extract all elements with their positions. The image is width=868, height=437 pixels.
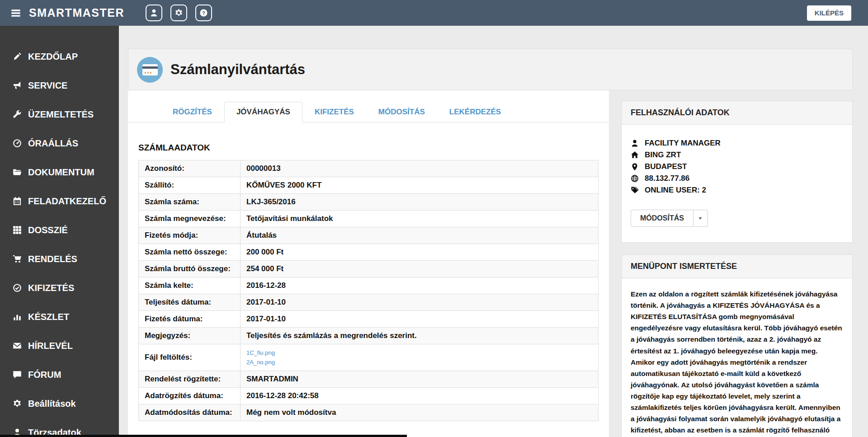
modify-dropdown-toggle[interactable] [693,210,708,227]
row-label: Számla megnevezése: [139,211,241,227]
modify-button[interactable]: MÓDOSÍTÁS [631,210,693,227]
user-panel: FELHASZNÁLÓI ADATOK FACILITY MANAGERBING… [621,101,853,243]
user-info-text: FACILITY MANAGER [645,137,721,149]
gear-icon [175,9,183,17]
table-row: Számla kelte:2016-12-28 [139,277,599,294]
sidebar-item-label: DOKUMENTUM [28,167,94,178]
user-info-text: ONLINE USER: 2 [645,184,706,196]
row-value: 1C_fiu.png2A_no.png [241,344,599,371]
map-marker-icon [631,163,639,171]
user-icon [150,9,158,17]
user-icon [631,139,639,147]
table-row: Számla száma:LKJ-365/2016 [139,194,599,211]
sidebar-item-keszlet[interactable]: KÉSZLET [0,302,119,331]
sidebar-item-label: KÉSZLET [28,312,69,322]
sidebar-item-kifizetes[interactable]: KIFIZETÉS [0,273,119,302]
info-panel-text: Ezen az oldalon a rögzített számlák kifi… [631,288,843,437]
row-value: Átutalás [241,227,599,244]
modify-split-button: MÓDOSÍTÁS [631,210,708,227]
table-row: Számla nettó összege:200 000 Ft [139,244,599,261]
sidebar-item-rendeles[interactable]: RENDELÉS [0,244,119,273]
sidebar-item-dosszie[interactable]: DOSSZIÉ [0,216,119,244]
sidebar-item-kezdolap[interactable]: KEZDŐLAP [0,42,119,71]
sidebar-item-label: HÍRLEVÉL [28,341,73,351]
row-value: 2017-01-10 [241,294,599,311]
row-label: Adatmódosítás dátuma: [139,404,241,421]
globe-icon [631,174,639,183]
user-info-list: FACILITY MANAGERBING ZRTBUDAPEST88.132.7… [631,137,843,196]
envelope-icon [13,341,22,350]
table-row: Számla bruttó összege:254 000 Ft [139,261,599,277]
svg-text:?: ? [202,10,205,16]
table-row: Adatrögzítés dátuma:2016-12-28 20:42:58 [139,388,599,404]
sidebar-nav: KEZDŐLAPSERVICEÜZEMELTETÉSÓRAÁLLÁSDOKUME… [0,42,119,437]
row-label: Számla bruttó összege: [139,261,241,277]
row-label: Szállító: [139,177,241,194]
row-value: SMARTADMIN [241,371,599,388]
sidebar-item-label: SERVICE [28,80,67,91]
table-row: Számla megnevezése:Tetőjavítási munkálat… [139,211,599,227]
bar-chart-icon [13,312,22,321]
sidebar-item-label: DOSSZIÉ [28,225,68,235]
sidebar-item-label: ÓRAÁLLÁS [28,138,78,149]
right-column: FELHASZNÁLÓI ADATOK FACILITY MANAGERBING… [621,101,853,437]
check-circle-icon [13,283,22,292]
sidebar-item-oraallas[interactable]: ÓRAÁLLÁS [0,129,119,158]
info-panel-title: MENÜPONT ISMERTETÉSE [622,255,852,278]
folder-icon [13,168,22,177]
settings-button[interactable] [170,5,187,21]
profile-button[interactable] [146,5,162,21]
wrench-icon [13,110,22,119]
page-title: Számlanyilvántartás [170,61,305,78]
grid-icon [13,226,22,235]
gear-icon [13,399,22,408]
sidebar-item-torzsadatok[interactable]: Törzsadatok [0,418,119,437]
tab-rogzites[interactable]: RÖGZÍTÉS [160,102,224,122]
file-link[interactable]: 2A_no.png [246,357,592,367]
tags-icon [631,186,639,194]
row-value: Tetőjavítási munkálatok [241,211,599,227]
sidebar-item-label: KEZDŐLAP [28,52,78,62]
user-info-text: BING ZRT [645,149,681,161]
user-info-item: BING ZRT [631,149,843,161]
logout-button[interactable]: KILÉPÉS [807,5,851,21]
sidebar-item-hirlevel[interactable]: HÍRLEVÉL [0,331,119,360]
table-row: Fizetés módja:Átutalás [139,227,599,244]
row-label: Megjegyzés: [139,328,241,344]
gauge-icon [13,139,22,148]
sidebar-item-forum[interactable]: FÓRUM [0,360,119,389]
user-info-item: BUDAPEST [631,161,843,173]
user-panel-title: FELHASZNÁLÓI ADATOK [622,101,852,125]
file-link[interactable]: 1C_fiu.png [246,348,592,357]
sidebar-item-label: FELADATKEZELŐ [28,196,106,207]
horizontal-scrollbar[interactable] [0,435,407,437]
row-label: Adatrögzítés dátuma: [139,388,241,404]
row-label: Fizetés dátuma: [139,311,241,328]
tab-lekerdezes[interactable]: LEKÉRDEZÉS [437,102,513,122]
sidebar-item-dokumentum[interactable]: DOKUMENTUM [0,158,119,187]
caret-down-icon [698,216,703,221]
sidebar-item-uzemeltetes[interactable]: ÜZEMELTETÉS [0,100,119,129]
row-value: 200 000 Ft [241,244,599,261]
tab-jovahagyas[interactable]: JÓVÁHAGYÁS [224,102,302,122]
help-button[interactable]: ? [195,5,212,21]
sidebar-item-service[interactable]: SERVICE [0,71,119,100]
invoice-table: Azonosító:00000013Szállító:KŐMŰVES 2000 … [138,160,599,421]
row-value: 2016-12-28 [241,277,599,294]
menu-toggle-icon[interactable] [10,8,22,18]
table-row: Azonosító:00000013 [139,160,599,177]
tab-kifizetes[interactable]: KIFIZETÉS [302,102,366,122]
sidebar-item-beallitasok[interactable]: Beállítások [0,389,119,418]
main-content: Számlanyilvántartás RÖGZÍTÉSJÓVÁHAGYÁSKI… [119,26,868,437]
sidebar-item-feladatkezelo[interactable]: FELADATKEZELŐ [0,187,119,216]
edit-icon [13,52,22,61]
table-row: Fizetés dátuma:2017-01-10 [139,311,599,328]
row-value: 2016-12-28 20:42:58 [241,388,599,404]
user-info-text: 88.132.77.86 [645,173,689,184]
row-value: 00000013 [241,160,599,177]
row-value: 2017-01-10 [241,311,599,328]
tab-modositas[interactable]: MÓDOSÍTÁS [366,102,437,122]
question-icon: ? [199,9,208,17]
cart-icon [13,254,22,263]
sidebar-item-label: FÓRUM [28,370,61,380]
